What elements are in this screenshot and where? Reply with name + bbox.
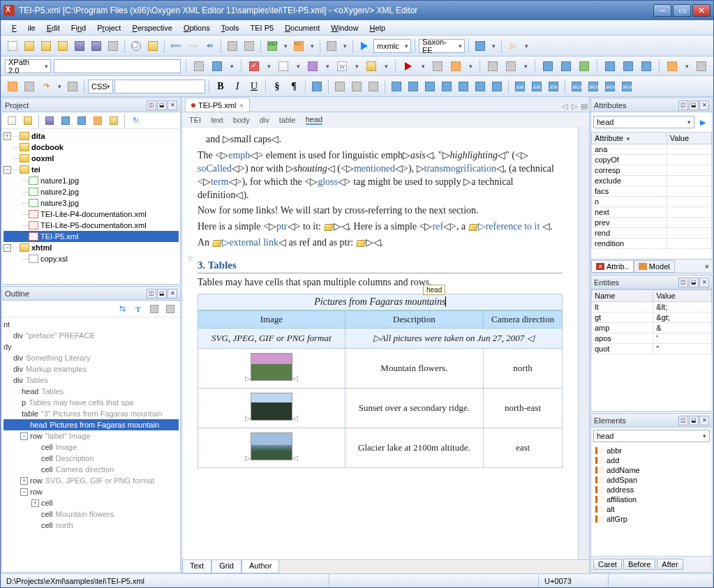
tb2-c[interactable] <box>305 59 320 74</box>
italic-button[interactable]: I <box>230 79 245 94</box>
panel-pin-icon[interactable]: ⬓ <box>157 100 167 110</box>
entities-table[interactable]: NameValue lt&lt;gt&gt;amp&apos'quot" <box>591 289 712 354</box>
menu-project[interactable]: Project <box>91 24 126 32</box>
document-area[interactable]: and ▷small caps◁. The <▷emph◁> element i… <box>182 128 578 559</box>
entity-row[interactable]: apos' <box>592 333 712 344</box>
tab-list-icon[interactable]: ▤ <box>579 102 589 112</box>
tb2-l[interactable] <box>602 59 618 74</box>
attr-row[interactable]: exclude <box>592 176 712 186</box>
tb2-k[interactable] <box>577 59 592 74</box>
nav-fwd[interactable]: ⟹ <box>185 38 200 54</box>
before-button[interactable]: Before <box>623 559 655 570</box>
attr-row[interactable]: ana <box>592 144 712 155</box>
entity-row[interactable]: gt&gt; <box>592 312 712 323</box>
open-button[interactable] <box>22 38 37 54</box>
table-caption[interactable]: Pictures from Fagaras mountains head <box>198 294 563 310</box>
tb2-m[interactable] <box>620 59 636 74</box>
open3-button[interactable] <box>55 38 70 54</box>
panel-toggle-icon[interactable]: ◫ <box>678 416 688 425</box>
pen1-icon[interactable] <box>5 79 20 94</box>
xpath-version-combo[interactable]: XPath 2.0 <box>5 59 51 73</box>
tbl1-icon[interactable] <box>389 79 404 94</box>
xq-dd[interactable]: ▾ <box>308 38 316 54</box>
gear-dd[interactable]: ▾ <box>489 38 498 54</box>
proj-refresh-icon[interactable]: ↻ <box>128 113 143 128</box>
tbl4-icon[interactable] <box>439 79 454 94</box>
crumb-body[interactable]: body <box>233 116 250 124</box>
crumb-text[interactable]: text <box>211 116 223 124</box>
tab-next-icon[interactable]: ▷ <box>570 102 579 112</box>
debug-button[interactable] <box>324 38 339 54</box>
edit-icon[interactable] <box>324 224 334 231</box>
styling-combo[interactable]: CSS <box>88 80 113 93</box>
list1-icon[interactable] <box>332 79 348 94</box>
misc-tri[interactable]: ▷ <box>505 38 521 54</box>
element-item[interactable]: add <box>593 455 711 465</box>
find-button[interactable] <box>128 38 144 54</box>
redo-icon[interactable]: ↷ <box>38 79 54 94</box>
collapse-marker-icon[interactable]: ▽ <box>188 255 193 262</box>
attr-row[interactable]: rend <box>592 228 712 239</box>
mode-grid[interactable]: Grid <box>211 560 241 573</box>
proj-c-icon[interactable] <box>90 113 105 128</box>
new-button[interactable] <box>5 38 20 54</box>
panel-toggle-icon[interactable]: ◫ <box>147 100 156 110</box>
panel-pin-icon[interactable]: ⬓ <box>689 100 699 110</box>
attr-row[interactable]: corresp <box>592 165 712 176</box>
mode-author[interactable]: Author <box>241 560 279 573</box>
collapse-icon[interactable]: − <box>3 244 11 252</box>
replace-button[interactable] <box>145 38 161 54</box>
tb2-o[interactable] <box>694 59 709 74</box>
tb2-g[interactable] <box>485 59 500 74</box>
tab-prev-icon[interactable]: ◁ <box>560 102 570 112</box>
attr-row[interactable]: n <box>592 197 712 207</box>
edit-icon[interactable] <box>468 224 478 231</box>
engine-combo[interactable]: Saxon-EE <box>419 39 465 53</box>
element-item[interactable]: addName <box>593 465 711 475</box>
attr-row[interactable]: facs <box>592 186 712 197</box>
attr-row[interactable]: copyOf <box>592 155 712 165</box>
run-button[interactable] <box>357 38 372 54</box>
collapse-icon[interactable]: − <box>3 166 11 174</box>
panel-pin-icon[interactable]: ⬓ <box>689 278 699 287</box>
tbl6-icon[interactable] <box>473 79 488 94</box>
list3-icon[interactable] <box>366 79 381 94</box>
doc-icon[interactable] <box>276 59 291 74</box>
entity-row[interactable]: lt&lt; <box>592 302 712 312</box>
split1-icon[interactable]: SPLIT <box>569 79 584 94</box>
saveall-button[interactable] <box>89 38 104 54</box>
outline-a-icon[interactable] <box>147 301 162 317</box>
menu-window[interactable]: Window <box>325 24 364 32</box>
join2-icon[interactable]: JOIN <box>529 79 544 94</box>
element-combo[interactable]: head <box>593 430 710 442</box>
tb2-d[interactable] <box>364 59 379 74</box>
outline-selected[interactable]: headPictures from Fagaras mountain <box>3 419 179 430</box>
outline-tree[interactable]: nt div"preface" PREFACE dy divSomething … <box>2 317 180 572</box>
menu-document[interactable]: Document <box>279 24 325 32</box>
xq-button[interactable]: XQ <box>291 38 306 54</box>
tb2-w[interactable]: W <box>334 59 350 74</box>
tab-close-icon[interactable]: × <box>702 262 712 271</box>
attr-row[interactable]: next <box>592 207 712 218</box>
close-button[interactable]: ✕ <box>692 4 711 17</box>
minimize-button[interactable]: ─ <box>653 4 671 17</box>
bold-button[interactable]: B <box>213 79 228 94</box>
edit-icon[interactable] <box>356 240 366 247</box>
mode-text[interactable]: Text <box>182 560 211 573</box>
tbl7-icon[interactable] <box>489 79 505 94</box>
tb2-h[interactable] <box>503 59 519 74</box>
project-tree[interactable]: +⋯dita ⋯docbook ⋯ooxml −⋯tei ⋯nature1.jp… <box>2 129 180 284</box>
menu-find[interactable]: Find <box>66 24 91 32</box>
element-item[interactable]: alt <box>593 504 711 514</box>
crumb-tei[interactable]: TEI <box>189 116 201 124</box>
crumb-table[interactable]: table <box>279 116 296 124</box>
split2-icon[interactable]: SPLIT <box>586 79 601 94</box>
proj-open-icon[interactable] <box>20 113 36 128</box>
attr-row[interactable]: rendition <box>592 239 712 249</box>
menu-options[interactable]: Options <box>178 24 216 32</box>
expand-icon[interactable]: + <box>3 133 11 140</box>
panel-close-icon[interactable]: ✕ <box>699 100 709 110</box>
underline-button[interactable]: U <box>246 79 262 94</box>
pen3-icon[interactable] <box>65 79 80 94</box>
tb2-j[interactable] <box>558 59 574 74</box>
